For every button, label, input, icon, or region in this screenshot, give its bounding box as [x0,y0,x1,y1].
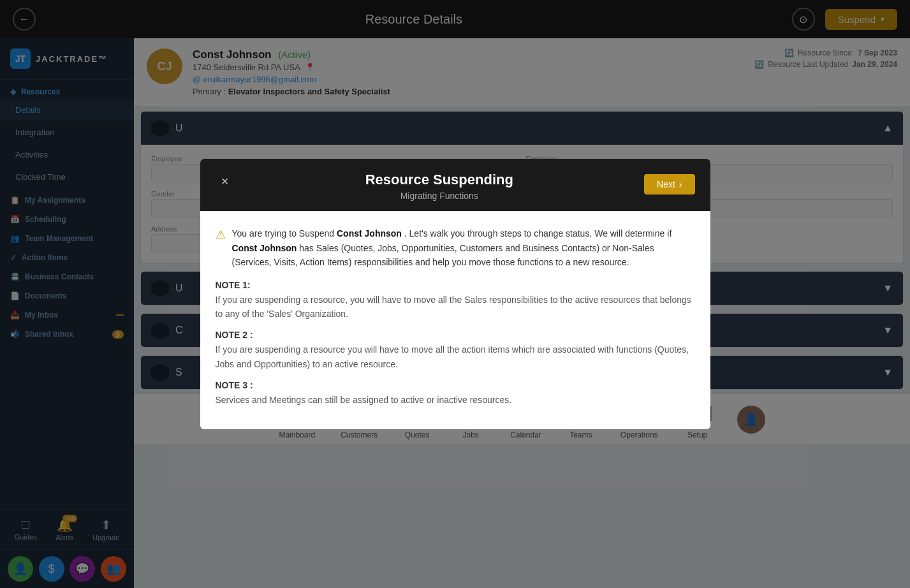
modal-next-button[interactable]: Next › [644,174,694,195]
modal: × Resource Suspending Migrating Function… [200,159,710,429]
next-icon: › [679,179,682,189]
modal-close-button[interactable]: × [216,172,235,191]
modal-header-center: Resource Suspending Migrating Functions [235,172,645,201]
modal-body: ⚠ You are trying to Suspend Const Johnso… [200,211,710,429]
note-2: NOTE 2 : If you are suspending a resourc… [216,330,695,371]
warning-icon: ⚠ [216,228,226,242]
modal-header: × Resource Suspending Migrating Function… [200,159,710,211]
note-3: NOTE 3 : Services and Meetings can still… [216,380,695,407]
warning-text: You are trying to Suspend Const Johnson … [232,226,695,269]
warning-line: ⚠ You are trying to Suspend Const Johnso… [216,226,695,269]
modal-overlay[interactable]: × Resource Suspending Migrating Function… [0,0,910,588]
note-1: NOTE 1: If you are suspending a resource… [216,280,695,321]
modal-subtitle: Migrating Functions [235,191,645,201]
modal-title: Resource Suspending [235,172,645,188]
